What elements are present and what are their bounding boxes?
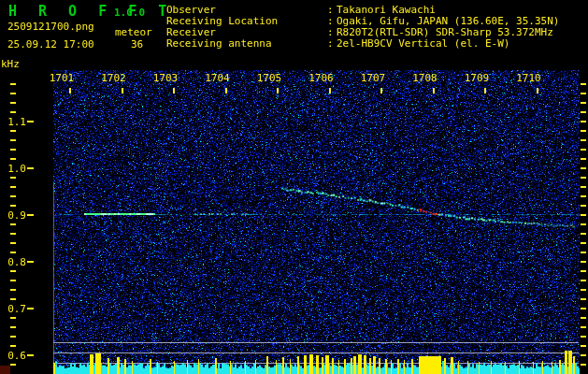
- colon-separator: :: [327, 38, 337, 49]
- time-tick-label: 1707: [356, 73, 390, 83]
- freq-minor-tick: [10, 233, 16, 235]
- station-label: Receiving antenna: [166, 38, 327, 49]
- freq-minor-tick: [10, 186, 16, 188]
- right-tick-mark: [581, 233, 586, 235]
- right-tick-mark: [581, 317, 586, 319]
- right-tick-mark: [581, 130, 586, 132]
- time-tick-mark: [122, 88, 123, 94]
- freq-minor-tick: [10, 177, 16, 179]
- right-tick-mark: [581, 121, 586, 122]
- freq-tick-mark: [27, 167, 34, 169]
- time-tick-mark: [69, 88, 71, 94]
- time-tick-mark: [433, 88, 435, 94]
- freq-tick-mark: [27, 308, 34, 309]
- freq-minor-tick: [10, 317, 16, 319]
- right-tick-mark: [581, 345, 586, 347]
- right-tick-mark: [581, 102, 586, 104]
- station-value: 2el-HB9CV Vertical (el. E-W): [337, 37, 509, 50]
- time-tick-label: 1705: [252, 73, 286, 83]
- freq-tick-label: 0.6: [0, 351, 26, 361]
- freq-tick-label: 1.0: [0, 164, 26, 174]
- freq-minor-tick: [10, 242, 16, 244]
- y-axis-unit-label: kHz: [1, 59, 20, 69]
- freq-minor-tick: [10, 298, 16, 300]
- freq-minor-tick: [10, 130, 16, 132]
- right-tick-mark: [581, 83, 586, 85]
- freq-minor-tick: [10, 83, 16, 85]
- freq-minor-tick: [10, 364, 16, 366]
- freq-minor-tick: [10, 289, 16, 291]
- right-tick-mark: [581, 326, 586, 328]
- freq-minor-tick: [10, 139, 16, 141]
- freq-minor-tick: [10, 102, 16, 104]
- right-tick-mark: [581, 261, 586, 263]
- time-tick-mark: [329, 88, 331, 94]
- station-row-observer: Observer:Takanori Kawachi: [166, 5, 436, 15]
- output-filename: 2509121700.png: [7, 22, 94, 32]
- colon-separator: :: [327, 16, 337, 26]
- right-tick-mark: [581, 214, 586, 216]
- freq-minor-tick: [10, 345, 16, 347]
- colon-separator: :: [327, 5, 337, 15]
- freq-tick-mark: [27, 261, 34, 263]
- time-tick-label: 1703: [149, 73, 182, 83]
- time-tick-mark: [225, 88, 227, 94]
- freq-tick-label: 0.7: [0, 304, 26, 314]
- hrofft-screen: H R O F F T 1.0.0 2509121700.png meteor …: [0, 0, 588, 374]
- freq-minor-tick: [10, 336, 16, 338]
- freq-minor-tick: [10, 149, 16, 151]
- right-tick-mark: [581, 336, 586, 338]
- freq-tick-mark: [27, 121, 34, 122]
- time-tick-label: 1709: [460, 73, 494, 83]
- station-label: Receiver: [166, 27, 327, 37]
- station-row-antenna: Receiving antenna:2el-HB9CV Vertical (el…: [166, 38, 509, 49]
- time-tick-label: 1710: [512, 73, 546, 83]
- time-tick-mark: [484, 88, 486, 94]
- freq-minor-tick: [10, 195, 16, 197]
- spectrogram-canvas: [0, 0, 588, 374]
- time-tick-label: 1702: [97, 73, 131, 83]
- freq-minor-tick: [10, 93, 16, 94]
- right-tick-mark: [581, 195, 586, 197]
- station-label: Observer: [166, 5, 327, 15]
- echo-count: 36: [131, 39, 143, 50]
- datetime-label: 25.09.12 17:00: [7, 39, 94, 50]
- right-tick-mark: [581, 167, 586, 169]
- right-tick-mark: [581, 158, 586, 160]
- time-tick-mark: [380, 88, 382, 94]
- right-tick-mark: [581, 223, 586, 225]
- time-tick-label: 1708: [409, 73, 442, 83]
- freq-minor-tick: [10, 111, 16, 113]
- right-tick-mark: [581, 364, 586, 366]
- freq-minor-tick: [10, 158, 16, 160]
- freq-minor-tick: [10, 223, 16, 225]
- right-tick-mark: [581, 149, 586, 151]
- right-tick-mark: [581, 93, 586, 94]
- mode-label: meteor: [115, 27, 152, 37]
- right-tick-mark: [581, 270, 586, 272]
- freq-tick-mark: [27, 214, 34, 216]
- right-tick-mark: [581, 252, 586, 253]
- time-tick-label: 1706: [305, 73, 338, 83]
- right-tick-mark: [581, 289, 586, 291]
- right-tick-mark: [581, 308, 586, 309]
- station-label: Receiving Location: [166, 16, 327, 26]
- time-tick-mark: [173, 88, 175, 94]
- time-tick-label: 1701: [45, 73, 79, 83]
- app-version: 1.0.0: [114, 7, 145, 18]
- right-tick-mark: [581, 205, 586, 207]
- time-tick-mark: [277, 88, 279, 94]
- freq-tick-label: 0.9: [0, 210, 26, 221]
- right-tick-mark: [581, 242, 586, 244]
- right-tick-mark: [581, 177, 586, 179]
- freq-minor-tick: [10, 205, 16, 207]
- right-tick-mark: [581, 298, 586, 300]
- freq-minor-tick: [10, 270, 16, 272]
- time-tick-label: 1704: [201, 73, 235, 83]
- freq-tick-label: 0.8: [0, 257, 26, 267]
- station-row-location: Receiving Location:Ogaki, Gifu, JAPAN (1…: [166, 16, 559, 26]
- right-tick-mark: [581, 111, 586, 113]
- right-tick-mark: [581, 354, 586, 356]
- freq-tick-label: 1.1: [0, 117, 26, 127]
- right-tick-mark: [581, 280, 586, 281]
